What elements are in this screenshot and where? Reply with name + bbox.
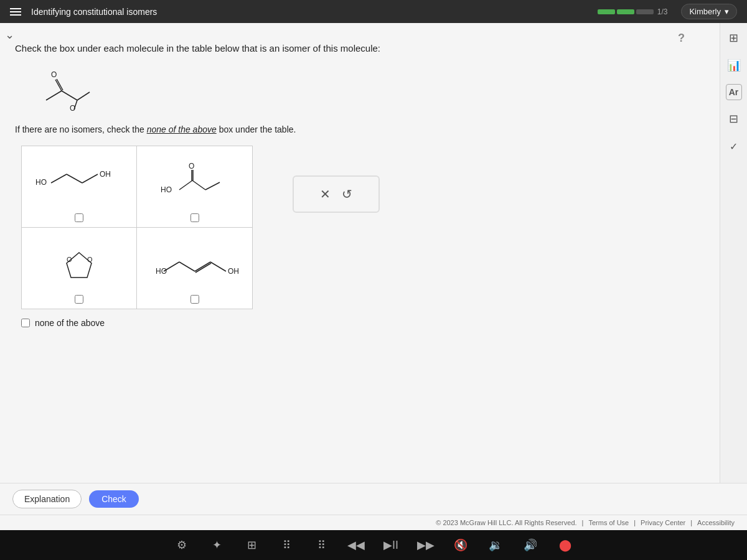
sidebar-table-icon[interactable]: ⊞ xyxy=(725,29,743,47)
molecule-2-svg: O HO xyxy=(148,159,242,215)
svg-line-27 xyxy=(195,262,210,271)
taskbar-gear-icon[interactable]: ✦ xyxy=(205,534,228,556)
molecule-4-svg: OH HO xyxy=(148,237,242,299)
taskbar-volume-high-icon[interactable]: 🔊 xyxy=(519,534,542,556)
svg-line-29 xyxy=(210,262,226,271)
bottom-bar: Explanation Check xyxy=(0,483,747,515)
svg-text:OH: OH xyxy=(228,267,239,276)
none-of-above-label: none of the above xyxy=(35,318,105,328)
x-icon: ✕ xyxy=(320,187,331,202)
svg-line-10 xyxy=(67,174,82,183)
explanation-button[interactable]: Explanation xyxy=(12,490,82,508)
molecule-table: HO OH O xyxy=(21,146,253,309)
footer-separator-3: | xyxy=(690,519,692,526)
score-popup: ✕ ↺ xyxy=(293,175,380,213)
none-of-above-row: none of the above xyxy=(21,318,705,328)
svg-text:HO: HO xyxy=(35,178,47,187)
molecule-cell-2: O HO xyxy=(137,146,252,227)
checkbox-cell-1[interactable] xyxy=(75,213,83,222)
progress-container: 1/3 xyxy=(598,7,668,16)
progress-seg-2 xyxy=(617,9,634,14)
refresh-icon: ↺ xyxy=(342,187,352,202)
molecule-cell-3: O O xyxy=(22,228,137,309)
checkbox-cell-2[interactable] xyxy=(190,213,199,222)
main-area: ⌄ Check the box under each molecule in t… xyxy=(0,23,747,483)
accessibility-link[interactable]: Accessibility xyxy=(697,519,735,526)
svg-line-9 xyxy=(51,174,67,183)
reference-molecule: O O xyxy=(27,66,705,118)
page-title: Identifying constitutional isomers xyxy=(31,7,591,17)
svg-text:O: O xyxy=(87,256,93,263)
sidebar-text-icon[interactable]: Ar xyxy=(726,84,742,100)
if-none-text: If there are no isomers, check the none … xyxy=(15,124,705,134)
molecule-cell-4: OH HO xyxy=(137,228,252,309)
taskbar: ⚙ ✦ ⊞ ⠿ ⠿ ◀◀ ▶II ▶▶ 🔇 🔉 🔊 ⬤ xyxy=(0,530,747,560)
question-panel: ⌄ Check the box under each molecule in t… xyxy=(0,23,720,483)
molecule-3-svg: O O xyxy=(32,237,126,299)
taskbar-record-icon[interactable]: ⬤ xyxy=(554,534,576,556)
svg-text:OH: OH xyxy=(100,170,111,179)
footer: © 2023 McGraw Hill LLC. All Rights Reser… xyxy=(0,515,747,530)
sidebar-chart-icon[interactable]: 📊 xyxy=(725,57,743,74)
copyright-text: © 2023 McGraw Hill LLC. All Rights Reser… xyxy=(436,519,576,526)
reference-molecule-svg: O O xyxy=(27,66,102,116)
taskbar-window-icon[interactable]: ⊞ xyxy=(240,534,263,556)
progress-seg-1 xyxy=(598,9,615,14)
sidebar-grid-icon[interactable]: ⊟ xyxy=(725,110,743,128)
terms-link[interactable]: Terms of Use xyxy=(588,519,629,526)
progress-seg-3 xyxy=(636,9,654,14)
molecule-cell-1: HO OH xyxy=(22,146,137,227)
right-sidebar: ⊞ 📊 Ar ⊟ ✓ xyxy=(720,23,747,483)
none-of-above-checkbox[interactable] xyxy=(21,319,30,327)
svg-line-3 xyxy=(55,80,62,91)
checkbox-cell-3[interactable] xyxy=(75,295,83,304)
user-name: Kimberly xyxy=(689,7,721,16)
taskbar-fast-forward-icon[interactable]: ▶▶ xyxy=(415,534,437,556)
progress-segments xyxy=(598,9,654,14)
taskbar-settings-icon[interactable]: ⚙ xyxy=(171,534,193,556)
progress-text: 1/3 xyxy=(657,7,668,16)
question-mark-hint[interactable]: ? xyxy=(678,32,685,45)
svg-line-11 xyxy=(82,174,98,183)
footer-separator-1: | xyxy=(582,519,584,526)
svg-line-0 xyxy=(46,91,62,100)
svg-text:O: O xyxy=(70,104,75,113)
privacy-link[interactable]: Privacy Center xyxy=(641,519,685,526)
svg-line-19 xyxy=(192,180,205,190)
svg-text:O: O xyxy=(51,70,57,79)
taskbar-volume-low-icon[interactable]: 🔉 xyxy=(484,534,507,556)
taskbar-dots-icon[interactable]: ⠿ xyxy=(310,534,332,556)
svg-text:O: O xyxy=(67,256,72,263)
svg-line-28 xyxy=(195,263,211,273)
svg-line-2 xyxy=(77,92,90,100)
chevron-down-button[interactable]: ⌄ xyxy=(5,28,14,42)
svg-text:O: O xyxy=(189,162,194,170)
sidebar-check-icon[interactable]: ✓ xyxy=(725,138,743,155)
menu-icon[interactable] xyxy=(10,8,21,16)
chevron-down-icon: ▾ xyxy=(725,7,729,16)
svg-line-1 xyxy=(62,91,77,100)
molecule-row-1: HO OH O xyxy=(22,146,252,228)
svg-line-26 xyxy=(179,262,195,271)
taskbar-mute-icon[interactable]: 🔇 xyxy=(449,534,472,556)
footer-separator-2: | xyxy=(634,519,636,526)
question-instruction: Check the box under each molecule in the… xyxy=(15,42,705,56)
svg-text:HO: HO xyxy=(156,267,167,276)
user-button[interactable]: Kimberly ▾ xyxy=(681,4,737,19)
svg-line-18 xyxy=(179,180,192,190)
taskbar-rewind-icon[interactable]: ◀◀ xyxy=(345,534,367,556)
taskbar-play-pause-icon[interactable]: ▶II xyxy=(380,534,402,556)
top-bar: Identifying constitutional isomers 1/3 K… xyxy=(0,0,747,23)
taskbar-apps-icon[interactable]: ⠿ xyxy=(275,534,298,556)
svg-line-20 xyxy=(205,182,220,190)
molecule-row-2: O O OH HO xyxy=(22,228,252,309)
svg-line-4 xyxy=(57,79,63,90)
svg-text:HO: HO xyxy=(161,185,172,194)
molecule-1-svg: HO OH xyxy=(32,159,126,215)
checkbox-cell-4[interactable] xyxy=(190,295,199,304)
check-button[interactable]: Check xyxy=(89,490,139,508)
